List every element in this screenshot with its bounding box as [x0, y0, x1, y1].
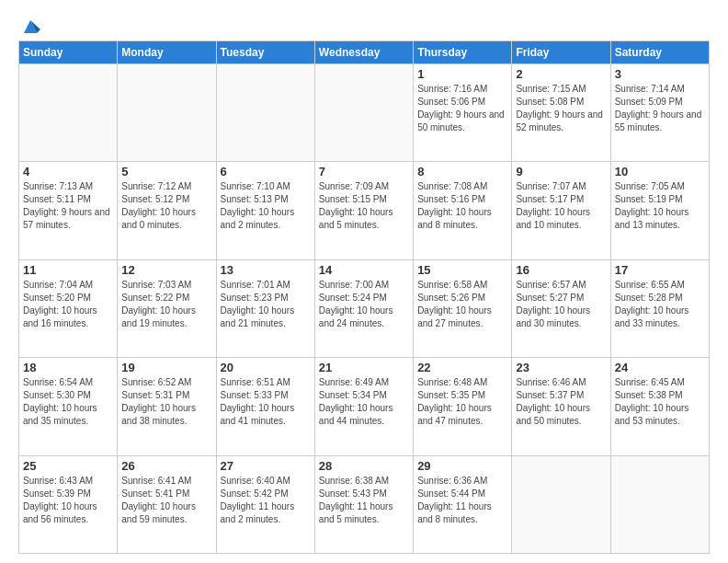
day-number: 2 [516, 67, 606, 81]
day-info: Sunrise: 6:51 AMSunset: 5:33 PMDaylight:… [221, 376, 311, 428]
day-number: 10 [615, 165, 705, 178]
calendar-cell: 11Sunrise: 7:04 AMSunset: 5:20 PMDayligh… [19, 259, 118, 357]
calendar-week-row: 11Sunrise: 7:04 AMSunset: 5:20 PMDayligh… [19, 259, 710, 357]
day-number: 29 [417, 459, 507, 473]
calendar-cell: 8Sunrise: 7:08 AMSunset: 5:16 PMDaylight… [414, 162, 512, 259]
day-info: Sunrise: 7:07 AMSunset: 5:17 PMDaylight:… [516, 180, 606, 232]
calendar-week-row: 4Sunrise: 7:13 AMSunset: 5:11 PMDaylight… [19, 162, 710, 259]
day-number: 18 [23, 361, 113, 374]
calendar-cell: 17Sunrise: 6:55 AMSunset: 5:28 PMDayligh… [610, 259, 709, 357]
weekday-header-wednesday: Wednesday [314, 41, 413, 64]
day-info: Sunrise: 7:08 AMSunset: 5:16 PMDaylight:… [417, 180, 507, 232]
day-number: 3 [615, 67, 705, 81]
day-info: Sunrise: 6:48 AMSunset: 5:35 PMDaylight:… [417, 376, 507, 428]
day-number: 5 [121, 165, 211, 178]
day-info: Sunrise: 6:55 AMSunset: 5:28 PMDaylight:… [615, 279, 705, 330]
calendar-cell: 24Sunrise: 6:45 AMSunset: 5:38 PMDayligh… [610, 358, 709, 455]
day-number: 19 [121, 361, 211, 374]
calendar-cell: 10Sunrise: 7:05 AMSunset: 5:19 PMDayligh… [610, 162, 709, 259]
day-number: 6 [221, 165, 311, 178]
day-info: Sunrise: 7:16 AMSunset: 5:06 PMDaylight:… [417, 83, 507, 134]
day-number: 27 [221, 459, 311, 473]
day-number: 28 [319, 459, 409, 473]
calendar-cell: 18Sunrise: 6:54 AMSunset: 5:30 PMDayligh… [19, 358, 118, 455]
calendar-cell [216, 64, 314, 162]
calendar-cell: 4Sunrise: 7:13 AMSunset: 5:11 PMDaylight… [19, 162, 118, 259]
calendar-cell: 26Sunrise: 6:41 AMSunset: 5:41 PMDayligh… [118, 455, 216, 553]
day-number: 22 [417, 361, 507, 374]
day-info: Sunrise: 7:13 AMSunset: 5:11 PMDaylight:… [23, 180, 113, 232]
calendar-cell: 20Sunrise: 6:51 AMSunset: 5:33 PMDayligh… [216, 358, 314, 455]
weekday-header-tuesday: Tuesday [216, 41, 314, 64]
day-info: Sunrise: 7:04 AMSunset: 5:20 PMDaylight:… [23, 279, 113, 330]
calendar-cell: 29Sunrise: 6:36 AMSunset: 5:44 PMDayligh… [414, 455, 512, 553]
day-number: 26 [121, 459, 211, 473]
weekday-header-saturday: Saturday [610, 41, 709, 64]
day-number: 9 [516, 165, 606, 178]
day-info: Sunrise: 7:14 AMSunset: 5:09 PMDaylight:… [615, 83, 705, 134]
calendar-cell: 15Sunrise: 6:58 AMSunset: 5:26 PMDayligh… [414, 259, 512, 357]
logo-icon [20, 17, 40, 37]
calendar-week-row: 25Sunrise: 6:43 AMSunset: 5:39 PMDayligh… [19, 455, 710, 553]
weekday-header-row: SundayMondayTuesdayWednesdayThursdayFrid… [19, 41, 710, 64]
calendar-cell: 7Sunrise: 7:09 AMSunset: 5:15 PMDaylight… [314, 162, 413, 259]
day-info: Sunrise: 6:41 AMSunset: 5:41 PMDaylight:… [121, 475, 211, 526]
calendar-week-row: 18Sunrise: 6:54 AMSunset: 5:30 PMDayligh… [19, 358, 710, 455]
calendar-cell: 5Sunrise: 7:12 AMSunset: 5:12 PMDaylight… [118, 162, 216, 259]
calendar-cell: 22Sunrise: 6:48 AMSunset: 5:35 PMDayligh… [414, 358, 512, 455]
calendar-cell: 9Sunrise: 7:07 AMSunset: 5:17 PMDaylight… [512, 162, 610, 259]
day-number: 24 [615, 361, 705, 374]
calendar-cell: 14Sunrise: 7:00 AMSunset: 5:24 PMDayligh… [314, 259, 413, 357]
day-info: Sunrise: 7:05 AMSunset: 5:19 PMDaylight:… [615, 180, 705, 232]
calendar-table: SundayMondayTuesdayWednesdayThursdayFrid… [18, 40, 710, 554]
day-number: 25 [23, 459, 113, 473]
calendar-cell [610, 455, 709, 553]
day-info: Sunrise: 6:45 AMSunset: 5:38 PMDaylight:… [615, 376, 705, 428]
calendar-cell: 19Sunrise: 6:52 AMSunset: 5:31 PMDayligh… [118, 358, 216, 455]
day-info: Sunrise: 7:03 AMSunset: 5:22 PMDaylight:… [121, 279, 211, 330]
calendar-cell: 27Sunrise: 6:40 AMSunset: 5:42 PMDayligh… [216, 455, 314, 553]
calendar-cell [19, 64, 118, 162]
day-info: Sunrise: 6:43 AMSunset: 5:39 PMDaylight:… [23, 475, 113, 526]
calendar-cell: 3Sunrise: 7:14 AMSunset: 5:09 PMDaylight… [610, 64, 709, 162]
calendar-cell: 23Sunrise: 6:46 AMSunset: 5:37 PMDayligh… [512, 358, 610, 455]
calendar-cell: 6Sunrise: 7:10 AMSunset: 5:13 PMDaylight… [216, 162, 314, 259]
day-number: 17 [615, 263, 705, 277]
day-number: 1 [417, 67, 507, 81]
day-info: Sunrise: 6:58 AMSunset: 5:26 PMDaylight:… [417, 279, 507, 330]
calendar-cell [512, 455, 610, 553]
day-number: 16 [516, 263, 606, 277]
header [18, 15, 710, 33]
day-number: 15 [417, 263, 507, 277]
calendar-cell: 21Sunrise: 6:49 AMSunset: 5:34 PMDayligh… [314, 358, 413, 455]
day-info: Sunrise: 6:52 AMSunset: 5:31 PMDaylight:… [121, 376, 211, 428]
page: SundayMondayTuesdayWednesdayThursdayFrid… [0, 0, 728, 563]
day-info: Sunrise: 6:38 AMSunset: 5:43 PMDaylight:… [319, 475, 409, 526]
day-info: Sunrise: 7:00 AMSunset: 5:24 PMDaylight:… [319, 279, 409, 330]
day-info: Sunrise: 6:54 AMSunset: 5:30 PMDaylight:… [23, 376, 113, 428]
day-number: 7 [319, 165, 409, 178]
day-number: 23 [516, 361, 606, 374]
day-number: 4 [23, 165, 113, 178]
calendar-cell: 28Sunrise: 6:38 AMSunset: 5:43 PMDayligh… [314, 455, 413, 553]
day-number: 21 [319, 361, 409, 374]
calendar-cell: 1Sunrise: 7:16 AMSunset: 5:06 PMDaylight… [414, 64, 512, 162]
day-info: Sunrise: 6:36 AMSunset: 5:44 PMDaylight:… [417, 475, 507, 526]
calendar-cell: 2Sunrise: 7:15 AMSunset: 5:08 PMDaylight… [512, 64, 610, 162]
calendar-cell [118, 64, 216, 162]
day-number: 11 [23, 263, 113, 277]
day-info: Sunrise: 7:15 AMSunset: 5:08 PMDaylight:… [516, 83, 606, 134]
logo [18, 18, 40, 33]
calendar-cell: 12Sunrise: 7:03 AMSunset: 5:22 PMDayligh… [118, 259, 216, 357]
day-info: Sunrise: 7:01 AMSunset: 5:23 PMDaylight:… [221, 279, 311, 330]
weekday-header-monday: Monday [118, 41, 216, 64]
day-info: Sunrise: 6:57 AMSunset: 5:27 PMDaylight:… [516, 279, 606, 330]
day-number: 8 [417, 165, 507, 178]
day-info: Sunrise: 6:40 AMSunset: 5:42 PMDaylight:… [221, 475, 311, 526]
day-number: 20 [221, 361, 311, 374]
day-number: 13 [221, 263, 311, 277]
day-info: Sunrise: 7:12 AMSunset: 5:12 PMDaylight:… [121, 180, 211, 232]
day-info: Sunrise: 7:09 AMSunset: 5:15 PMDaylight:… [319, 180, 409, 232]
calendar-cell: 16Sunrise: 6:57 AMSunset: 5:27 PMDayligh… [512, 259, 610, 357]
calendar-cell [314, 64, 413, 162]
